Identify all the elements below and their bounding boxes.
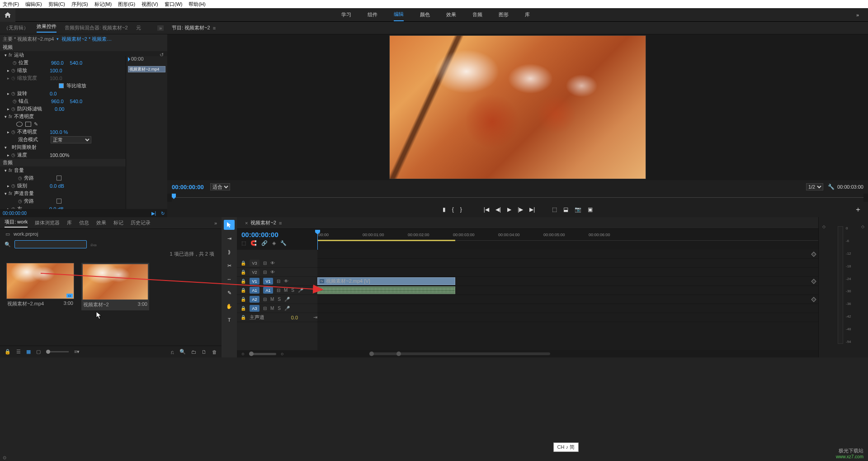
ec-master-clip[interactable]: 主要 * 视频素材~2.mp4	[3, 36, 54, 43]
tab-effect-controls[interactable]: 效果控件	[37, 23, 57, 33]
find-icon[interactable]: 🔍	[179, 349, 186, 355]
menu-view[interactable]: 视图(V)	[142, 1, 158, 8]
project-item-sequence[interactable]: 视频素材~23:00	[81, 263, 149, 310]
track-target[interactable]: V3	[250, 260, 259, 266]
ec-footer-time[interactable]: 00:00:00:00	[3, 211, 27, 216]
project-item-clip[interactable]: ▭ 视频素材~2.mp43:00	[6, 263, 74, 309]
step-forward-icon[interactable]: |▶	[518, 206, 523, 213]
new-bin-icon[interactable]: 🗀	[191, 349, 196, 355]
meter-handle-icon[interactable]: ◇	[861, 224, 864, 229]
rotation-value[interactable]: 0.0	[50, 91, 57, 96]
ws-effects[interactable]: 效果	[446, 9, 456, 21]
lock-icon[interactable]: 🔒	[241, 288, 246, 293]
mute-icon[interactable]: M	[270, 306, 274, 311]
tab-metadata[interactable]: 元	[136, 24, 141, 31]
tab-effects[interactable]: 效果	[96, 219, 106, 226]
program-viewport[interactable]	[167, 34, 868, 180]
track-header-a1[interactable]: 🔒A1A1⊟MS🎤	[237, 286, 317, 295]
lift-icon[interactable]: ⬚	[552, 206, 557, 213]
ws-editing[interactable]: 编辑	[394, 8, 404, 21]
speed-value[interactable]: 100.00%	[50, 152, 69, 158]
opacity-value[interactable]: 100.0 %	[50, 129, 68, 135]
anchor-y[interactable]: 540.0	[70, 99, 83, 104]
checkbox-icon[interactable]	[59, 83, 64, 88]
anchor-x[interactable]: 960.0	[51, 99, 64, 104]
mute-icon[interactable]: M	[284, 288, 288, 293]
tab-audio-clip-mixer[interactable]: 音频剪辑混合器: 视频素材~2	[65, 24, 128, 31]
flicker-value[interactable]: 0.00	[55, 106, 64, 112]
ws-color[interactable]: 颜色	[420, 9, 430, 21]
marker-span-icon[interactable]: ◈	[272, 240, 276, 246]
extract-icon[interactable]: ⬓	[563, 206, 568, 213]
stopwatch-icon[interactable]: ◷	[11, 106, 15, 111]
ec-sequence-clip[interactable]: 视频素材~2 * 视频素…	[61, 36, 112, 43]
track-header-v3[interactable]: 🔒V3⊟👁	[237, 259, 317, 268]
source-patch[interactable]: V1	[250, 278, 259, 285]
track-target[interactable]: V2	[250, 269, 259, 276]
source-patch[interactable]: A1	[250, 287, 259, 294]
step-back-icon[interactable]: ◀|	[495, 206, 501, 213]
ime-indicator[interactable]: CH ♪ 简	[553, 442, 579, 452]
ws-learn[interactable]: 学习	[341, 9, 351, 21]
proj-overflow[interactable]: »	[214, 220, 217, 226]
eye-icon[interactable]: 👁	[270, 261, 275, 266]
tab-overflow[interactable]: »	[157, 25, 164, 31]
delete-icon[interactable]: 🗑	[212, 349, 217, 355]
lock-icon[interactable]: 🔒	[241, 297, 246, 302]
write-access-icon[interactable]: 🔒	[5, 349, 11, 355]
ws-overflow[interactable]: »	[856, 12, 859, 18]
type-tool[interactable]: T	[224, 315, 235, 325]
meter-handle-icon[interactable]: ◇	[822, 224, 826, 229]
menu-help[interactable]: 帮助(H)	[189, 1, 205, 8]
menu-graphics[interactable]: 图形(G)	[118, 1, 135, 8]
lock-icon[interactable]: 🔒	[241, 261, 246, 266]
track-target[interactable]: A3	[250, 305, 259, 312]
lock-icon[interactable]: 🔒	[241, 279, 246, 284]
lock-icon[interactable]: 🔒	[241, 270, 246, 275]
zoom-fit-select[interactable]: 适合	[210, 183, 230, 190]
scale-value[interactable]: 100.0	[50, 68, 62, 73]
new-search-bin-icon[interactable]: ⌕▭	[90, 242, 97, 247]
play-only-icon[interactable]: ▶|	[151, 211, 156, 216]
mute-icon[interactable]: M	[270, 297, 274, 302]
ws-graphics[interactable]: 图形	[499, 9, 509, 21]
nest-icon[interactable]: ⬚	[241, 240, 246, 246]
lock-icon[interactable]: 🔒	[241, 315, 246, 320]
blend-mode-select[interactable]: 正常	[51, 136, 91, 143]
voice-icon[interactable]: 🎤	[298, 288, 303, 293]
project-icon-view[interactable]: ▭ 视频素材~2.mp43:00 视频素材~23:00	[0, 257, 222, 346]
loop-icon[interactable]: ↻	[161, 211, 165, 216]
selection-tool[interactable]	[224, 220, 235, 230]
go-to-out-icon[interactable]: ▶|	[529, 206, 535, 213]
pen-tool[interactable]: ✎	[224, 288, 235, 298]
left-value[interactable]: 0.0 dB	[49, 206, 64, 209]
eye-icon[interactable]: 👁	[270, 270, 275, 275]
position-x[interactable]: 960.0	[51, 60, 64, 66]
slip-tool[interactable]: ↔	[224, 274, 235, 284]
menu-sequence[interactable]: 序列(S)	[71, 1, 88, 8]
zoom-in-icon[interactable]: ○	[281, 351, 284, 356]
ws-assembly[interactable]: 组件	[368, 9, 377, 21]
add-marker-icon[interactable]: ▮	[443, 206, 446, 213]
stopwatch-icon[interactable]: ◷	[11, 129, 15, 134]
track-header-v1[interactable]: 🔒V1V1⊟👁	[237, 277, 317, 286]
track-header-v2[interactable]: 🔒V2⊟👁	[237, 268, 317, 277]
comparison-icon[interactable]: ▣	[588, 206, 593, 213]
track-header-a2[interactable]: 🔒A2⊟MS🎤	[237, 295, 317, 304]
stopwatch-icon[interactable]: ◷	[11, 206, 15, 209]
checkbox-icon[interactable]	[57, 176, 61, 181]
play-icon[interactable]: ▶	[507, 206, 511, 213]
horizontal-scrollbar[interactable]	[369, 352, 550, 355]
program-timecode[interactable]: 00:00:00:00	[172, 184, 204, 190]
tab-markers[interactable]: 标记	[113, 219, 123, 226]
track-target[interactable]: V1	[263, 278, 273, 285]
menu-marker[interactable]: 标记(M)	[94, 1, 112, 8]
solo-icon[interactable]: S	[278, 306, 281, 311]
stopwatch-icon[interactable]: ◷	[11, 91, 15, 96]
timeline-ruler[interactable]: :00:00 00:00:01:00 00:00:02:00 00:00:03:…	[317, 232, 818, 241]
track-select-tool[interactable]: ⇥	[224, 233, 235, 243]
stopwatch-icon[interactable]: ◷	[11, 68, 15, 73]
tab-no-clip[interactable]: （无剪辑）	[4, 24, 28, 31]
checkbox-icon[interactable]	[57, 199, 61, 204]
solo-icon[interactable]: S	[278, 297, 281, 302]
